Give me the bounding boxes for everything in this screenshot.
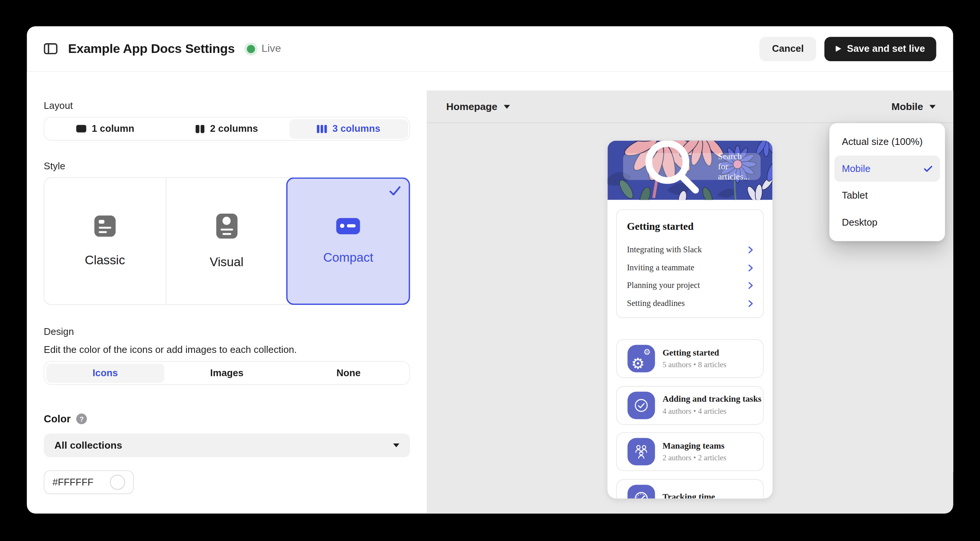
style-option-label: Classic <box>85 253 125 267</box>
header-actions: Cancel Save and set live <box>759 36 936 61</box>
layout-option-label: 3 columns <box>332 123 380 135</box>
selected-check-icon <box>390 186 401 197</box>
layout-option-3-columns[interactable]: 3 columns <box>289 119 408 138</box>
preview-panel: Homepage Mobile <box>427 72 953 513</box>
article-link[interactable]: Setting deadlines <box>627 295 753 313</box>
search-icon <box>632 140 713 196</box>
play-icon <box>836 45 842 52</box>
search-placeholder: Search for articles... <box>718 151 752 181</box>
help-icon[interactable]: ? <box>76 414 87 424</box>
page-title: Example App Docs Settings <box>68 41 234 56</box>
article-link-label: Planning your project <box>627 281 700 291</box>
collection-card[interactable]: ⚙⚙ Getting started 5 authors • 8 article… <box>616 340 764 378</box>
menu-item-mobile[interactable]: Mobile <box>834 155 940 182</box>
style-options: Classic Visual Compact <box>44 178 410 305</box>
layout-section-label: Layout <box>44 100 410 111</box>
sidebar-toggle-icon[interactable] <box>44 43 57 54</box>
page-selector[interactable]: Homepage <box>446 101 510 112</box>
color-section-header: Color ? <box>44 413 410 425</box>
design-option-icons[interactable]: Icons <box>46 363 164 383</box>
chevron-right-icon <box>748 300 753 308</box>
device-selector-value: Mobile <box>891 101 923 112</box>
article-link[interactable]: Inviting a teammate <box>627 259 753 277</box>
layout-option-label: 1 column <box>92 123 134 135</box>
article-link[interactable]: Planning your project <box>627 277 753 295</box>
live-status-badge: Live <box>247 43 281 55</box>
collection-meta: 2 authors • 2 articles <box>663 454 727 463</box>
save-button-label: Save and set live <box>847 43 925 54</box>
menu-item-actual-size[interactable]: Actual size (100%) <box>834 129 940 155</box>
article-link-label: Integrating with Slack <box>627 245 702 255</box>
hex-color-value: #FFFFFF <box>52 477 94 488</box>
featured-links-card: Getting started Integrating with Slack I… <box>616 209 764 318</box>
classic-style-icon <box>94 215 116 236</box>
color-swatch[interactable] <box>110 475 125 490</box>
app-canvas: Example App Docs Settings Live Cancel Sa… <box>0 0 980 541</box>
settings-window: Example App Docs Settings Live Cancel Sa… <box>27 26 953 514</box>
collection-card[interactable]: Adding and tracking tasks 4 authors • 4 … <box>616 386 764 425</box>
two-columns-icon <box>196 125 204 133</box>
device-selector[interactable]: Mobile <box>891 101 935 112</box>
style-option-classic[interactable]: Classic <box>45 178 165 304</box>
preview-toolbar: Homepage Mobile <box>427 90 953 123</box>
settings-panel: Layout 1 column 2 columns 3 columns <box>27 72 427 513</box>
window-header: Example App Docs Settings Live Cancel Sa… <box>27 26 953 72</box>
links-card-title: Getting started <box>627 221 753 233</box>
layout-option-1-column[interactable]: 1 column <box>46 119 164 138</box>
layout-option-2-columns[interactable]: 2 columns <box>167 119 286 138</box>
search-bar[interactable]: Search for articles... <box>623 153 760 180</box>
design-description: Edit the color of the icons or add image… <box>44 344 410 355</box>
color-section-label: Color <box>44 413 71 425</box>
hex-color-input[interactable]: #FFFFFF <box>44 470 134 494</box>
design-segmented-control: Icons Images None <box>44 361 410 385</box>
style-option-label: Visual <box>210 255 243 269</box>
style-option-compact[interactable]: Compact <box>286 178 410 305</box>
menu-item-tablet[interactable]: Tablet <box>834 182 940 209</box>
chevron-down-icon <box>393 443 400 447</box>
check-icon <box>924 165 932 172</box>
page-selector-value: Homepage <box>446 101 497 112</box>
collection-title: Getting started <box>663 348 727 358</box>
collection-meta: 5 authors • 8 articles <box>663 360 727 370</box>
team-icon <box>628 438 655 466</box>
floral-header-image: Search for articles... <box>608 140 772 200</box>
three-columns-icon <box>317 125 327 133</box>
collection-card[interactable]: Managing teams 2 authors • 2 articles <box>616 433 764 471</box>
chevron-down-icon <box>929 105 935 108</box>
design-option-images[interactable]: Images <box>167 363 286 383</box>
style-section-label: Style <box>44 161 410 172</box>
chevron-down-icon <box>504 105 510 108</box>
collection-title: Tracking time <box>663 492 715 498</box>
phone-preview: Search for articles... Getting started I… <box>608 140 772 498</box>
layout-segmented-control: 1 column 2 columns 3 columns <box>44 117 410 140</box>
preview-background: Homepage Mobile <box>427 90 953 513</box>
collection-meta: 4 authors • 4 articles <box>663 407 761 416</box>
article-link[interactable]: Integrating with Slack <box>627 241 753 259</box>
gears-icon: ⚙⚙ <box>628 345 655 373</box>
chevron-right-icon <box>748 282 753 289</box>
device-menu: Actual size (100%) Mobile Tablet Desktop <box>829 123 945 241</box>
article-link-label: Inviting a teammate <box>627 263 695 273</box>
collections-select[interactable]: All collections <box>44 434 410 457</box>
check-circle-icon <box>628 392 655 419</box>
menu-item-label: Mobile <box>842 163 870 174</box>
layout-option-label: 2 columns <box>210 123 258 135</box>
collections-select-value: All collections <box>54 439 122 451</box>
collection-title: Managing teams <box>663 441 727 451</box>
style-option-label: Compact <box>323 250 373 264</box>
design-option-none[interactable]: None <box>289 363 408 383</box>
gauge-icon <box>628 485 655 498</box>
cancel-button[interactable]: Cancel <box>759 36 816 61</box>
design-section-label: Design <box>44 326 410 338</box>
save-and-set-live-button[interactable]: Save and set live <box>824 36 936 61</box>
chevron-right-icon <box>748 264 753 272</box>
style-option-visual[interactable]: Visual <box>165 178 287 304</box>
compact-style-icon <box>336 218 360 234</box>
visual-style-icon <box>216 213 237 238</box>
collection-title: Adding and tracking tasks <box>663 395 761 405</box>
live-dot-icon <box>247 45 255 53</box>
menu-item-desktop[interactable]: Desktop <box>834 209 940 235</box>
chevron-right-icon <box>748 246 753 254</box>
collection-card[interactable]: Tracking time <box>616 479 764 498</box>
one-column-icon <box>76 125 86 133</box>
